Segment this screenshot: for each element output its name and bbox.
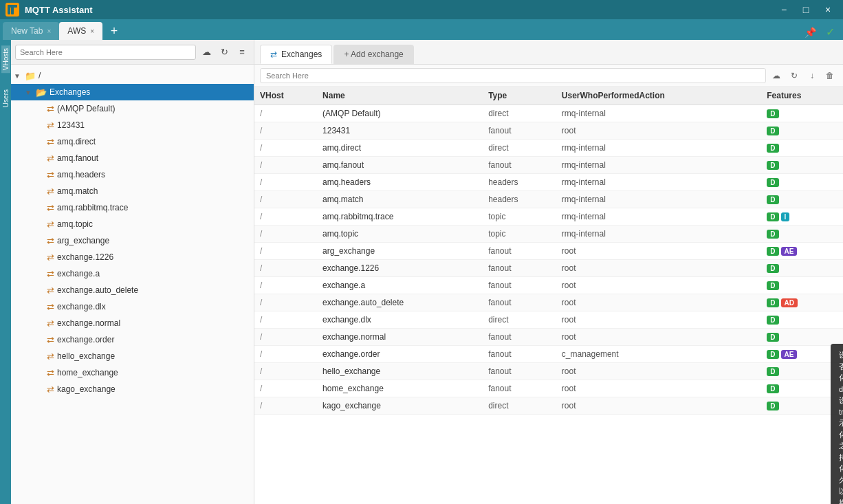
pin-icon[interactable]: 📌	[802, 25, 819, 39]
table-row[interactable]: /exchange.afanoutrootD	[254, 277, 843, 294]
tree-item[interactable]: ⇄ amq.direct	[11, 133, 254, 150]
download-icon[interactable]: ↓	[804, 68, 820, 83]
table-row[interactable]: /exchange.1226fanoutrootD	[254, 260, 843, 277]
tree-item-label: (AMQP Default)	[57, 104, 115, 113]
table-row[interactable]: /hello_exchangefanoutrootD	[254, 363, 843, 380]
table-row[interactable]: /amq.topictopicrmq-internalD	[254, 226, 843, 243]
feature-badge: D	[767, 298, 778, 307]
tree-item[interactable]: ⇄ 123431	[11, 117, 254, 133]
tree-item[interactable]: ⇄ exchange.1226	[11, 249, 254, 265]
tab-add-button[interactable]: +	[105, 22, 123, 40]
tree-item[interactable]: ⇄ exchange.dlx	[11, 298, 254, 315]
feature-badge: D	[767, 281, 778, 290]
cell-name: exchange.dlx	[317, 311, 483, 329]
table-row[interactable]: /exchange.auto_deletefanoutrootDAD	[254, 294, 843, 311]
tree-item[interactable]: ⇄ exchange.auto_delete	[11, 282, 254, 298]
tree-item[interactable]: ⇄ amq.match	[11, 183, 254, 199]
cloud-refresh-icon[interactable]: ☁	[769, 68, 784, 83]
cell-vhost: /	[254, 363, 317, 380]
tree-item[interactable]: ⇄ exchange.normal	[11, 315, 254, 331]
exchange-icon: ⇄	[47, 318, 54, 329]
table-row[interactable]: /amq.headersheadersrmq-internalD	[254, 174, 843, 191]
tree-item[interactable]: ⇄ exchange.order	[11, 331, 254, 348]
reload-icon[interactable]: ↻	[217, 45, 232, 60]
delete-icon[interactable]: 🗑	[822, 68, 837, 83]
table-row[interactable]: /(AMQP Default)directrmq-internalD	[254, 105, 843, 122]
tab-new-tab[interactable]: New Tab ×	[3, 22, 59, 40]
maximize-button[interactable]: □	[796, 3, 815, 17]
tree-item-label: amq.fanout	[57, 153, 98, 163]
exchange-icon: ⇄	[47, 203, 54, 213]
cell-vhost: /	[254, 105, 317, 122]
tree-item[interactable]: ⇄ hello_exchange	[11, 348, 254, 364]
tree-item[interactable]: ⇄ amq.headers	[11, 166, 254, 183]
left-search-input[interactable]	[15, 45, 196, 60]
refresh-cloud-icon[interactable]: ☁	[199, 45, 214, 60]
sidebar-item-vhosts[interactable]: VHosts	[1, 45, 10, 73]
cell-name: amq.headers	[317, 174, 483, 191]
col-vhost: VHost	[254, 87, 317, 105]
cell-type: fanout	[483, 380, 556, 397]
minimize-button[interactable]: −	[774, 3, 793, 17]
feature-badge: AD	[781, 298, 798, 307]
feature-badge: D	[767, 247, 778, 256]
cell-name: amq.direct	[317, 140, 483, 157]
cell-user: root	[556, 122, 761, 140]
tree-item[interactable]: ⇄ amq.topic	[11, 216, 254, 232]
tree-item[interactable]: ⇄ amq.fanout	[11, 150, 254, 166]
table-row[interactable]: /123431fanoutrootD	[254, 122, 843, 140]
table-row[interactable]: /amq.matchheadersrmq-internalD	[254, 191, 843, 208]
tab-aws[interactable]: AWS ×	[59, 22, 102, 40]
cell-features: DAD	[761, 294, 843, 311]
feature-badge: D	[767, 316, 778, 325]
tree-root[interactable]: ▼ 📁 /	[11, 67, 254, 84]
table-row[interactable]: /home_exchangefanoutrootD	[254, 380, 843, 397]
cell-name: exchange.normal	[317, 329, 483, 346]
tree-item[interactable]: ⇄ kago_exchange	[11, 381, 254, 397]
cell-vhost: /	[254, 380, 317, 397]
cell-vhost: /	[254, 311, 317, 329]
tree-exchanges-folder[interactable]: ▼ 📂 Exchanges	[11, 84, 254, 100]
exchange-icon: ⇄	[47, 368, 54, 378]
col-features: Features	[761, 87, 843, 105]
table-row[interactable]: /amq.fanoutfanoutrmq-internalD	[254, 157, 843, 174]
tree-item[interactable]: ⇄ home_exchange	[11, 364, 254, 381]
exchange-icon: ⇄	[47, 252, 54, 263]
table-row[interactable]: /exchange.normalfanoutrootD	[254, 329, 843, 346]
cell-name: 123431	[317, 122, 483, 140]
tree-item-label: amq.match	[57, 186, 98, 196]
check-icon[interactable]: ✓	[823, 24, 837, 40]
table-row[interactable]: /kago_exchangedirectrootD	[254, 397, 843, 415]
tree-item-label: kago_exchange	[57, 384, 116, 394]
tab-add-exchange[interactable]: + Add exchange	[333, 45, 413, 64]
reload-icon[interactable]: ↻	[787, 68, 802, 83]
cell-features: D	[761, 191, 843, 208]
exchange-icon: ⇄	[47, 170, 54, 180]
cell-user: c_management	[556, 346, 761, 363]
table-row[interactable]: /exchange.dlxdirectrootD	[254, 311, 843, 329]
right-search-input[interactable]	[260, 68, 766, 83]
table-row[interactable]: /amq.directdirectrmq-internalD	[254, 140, 843, 157]
table-row[interactable]: /exchange.orderfanoutc_managementDAE	[254, 346, 843, 363]
table-row[interactable]: /amq.rabbitmq.tracetopicrmq-internalDI	[254, 208, 843, 226]
left-panel: ☁ ↻ ≡ ▼ 📁 / ▼ 📂 Exchanges ⇄ (AMQP Defaul…	[11, 40, 254, 504]
cell-type: direct	[483, 105, 556, 122]
titlebar: MQTT Assistant − □ ×	[0, 0, 843, 19]
tree-item[interactable]: ⇄ amq.rabbitmq.trace	[11, 199, 254, 216]
tree-item-label: hello_exchange	[57, 351, 115, 361]
tab-exchanges[interactable]: ⇄ Exchanges	[260, 45, 332, 64]
tab-close-icon[interactable]: ×	[47, 28, 51, 35]
tab-close-icon[interactable]: ×	[90, 28, 94, 35]
cell-name: exchange.auto_delete	[317, 294, 483, 311]
sidebar-item-users[interactable]: Users	[1, 87, 10, 110]
close-button[interactable]: ×	[818, 3, 837, 17]
table-row[interactable]: /arg_exchangefanoutrootDAE	[254, 243, 843, 260]
menu-icon[interactable]: ≡	[234, 45, 250, 60]
tree-item[interactable]: ⇄ arg_exchange	[11, 232, 254, 249]
cell-name: amq.fanout	[317, 157, 483, 174]
tree-item[interactable]: ⇄ exchange.a	[11, 265, 254, 282]
exchange-icon: ⇄	[47, 120, 54, 131]
cell-name: hello_exchange	[317, 363, 483, 380]
tree-item[interactable]: ⇄ (AMQP Default)	[11, 100, 254, 117]
cell-type: fanout	[483, 122, 556, 140]
